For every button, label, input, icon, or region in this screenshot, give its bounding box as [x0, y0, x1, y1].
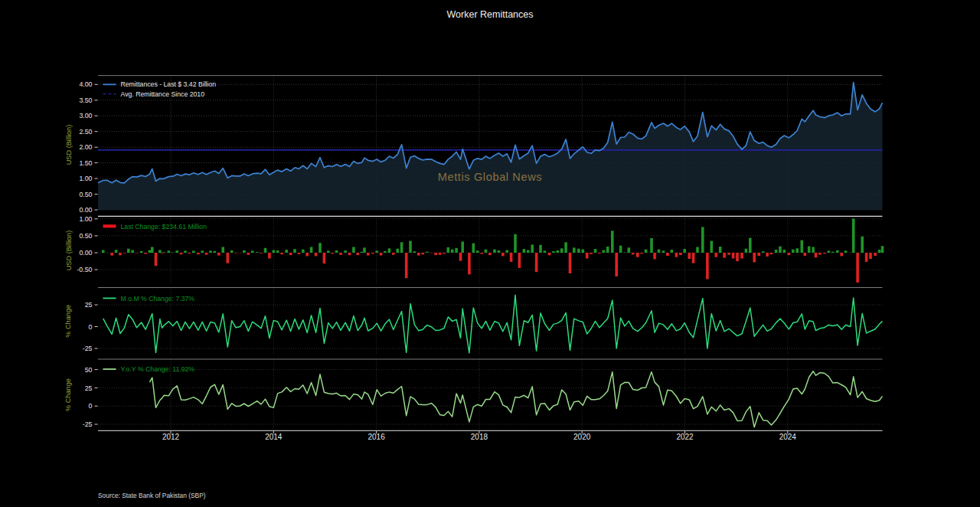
- svg-text:4.00: 4.00: [79, 80, 92, 88]
- svg-text:Remittances - Last $ 3.42 Bill: Remittances - Last $ 3.42 Billion: [121, 80, 217, 88]
- svg-text:2022: 2022: [676, 433, 694, 441]
- svg-text:2014: 2014: [265, 433, 283, 441]
- svg-text:2024: 2024: [779, 433, 797, 441]
- svg-text:-25: -25: [83, 345, 93, 352]
- svg-text:-25: -25: [83, 420, 93, 428]
- svg-text:USD (Billion): USD (Billion): [65, 125, 73, 165]
- svg-text:2012: 2012: [162, 433, 180, 441]
- svg-text:1.00: 1.00: [79, 175, 92, 182]
- svg-text:0.50: 0.50: [79, 232, 92, 240]
- svg-text:0.50: 0.50: [79, 191, 92, 198]
- svg-text:2.50: 2.50: [79, 128, 92, 136]
- svg-text:Y.o.Y % Change: 11.92%: Y.o.Y % Change: 11.92%: [121, 365, 195, 373]
- svg-text:0: 0: [89, 402, 93, 410]
- svg-text:2018: 2018: [471, 433, 488, 441]
- svg-text:-0.50: -0.50: [77, 266, 92, 273]
- svg-text:M.o.M % Change: 7.37%: M.o.M % Change: 7.37%: [121, 295, 195, 303]
- svg-text:1.00: 1.00: [79, 215, 92, 223]
- svg-text:Worker Remittances: Worker Remittances: [447, 9, 534, 20]
- svg-text:1.50: 1.50: [79, 159, 92, 167]
- svg-text:% Change: % Change: [65, 305, 73, 338]
- svg-text:Source: State Bank of Pakistan: Source: State Bank of Pakistan (SBP): [98, 492, 206, 499]
- svg-text:50: 50: [85, 366, 93, 374]
- svg-text:0.00: 0.00: [79, 249, 92, 257]
- svg-text:Avg. Remittance Since 2010: Avg. Remittance Since 2010: [121, 90, 205, 98]
- svg-text:USD (Billion): USD (Billion): [65, 231, 73, 271]
- svg-text:0: 0: [89, 323, 93, 331]
- svg-text:Mettis Global News: Mettis Global News: [438, 171, 543, 183]
- svg-text:2020: 2020: [573, 433, 591, 441]
- svg-text:25: 25: [85, 301, 93, 309]
- svg-text:25: 25: [85, 384, 93, 392]
- svg-text:0.00: 0.00: [79, 206, 92, 214]
- svg-text:3.50: 3.50: [79, 96, 92, 104]
- svg-text:3.00: 3.00: [79, 112, 92, 119]
- svg-text:% Change: % Change: [65, 378, 73, 411]
- svg-text:2016: 2016: [368, 433, 385, 441]
- svg-text:2.00: 2.00: [79, 143, 92, 151]
- svg-text:Last Change: $234.61 Million: Last Change: $234.61 Million: [121, 223, 207, 231]
